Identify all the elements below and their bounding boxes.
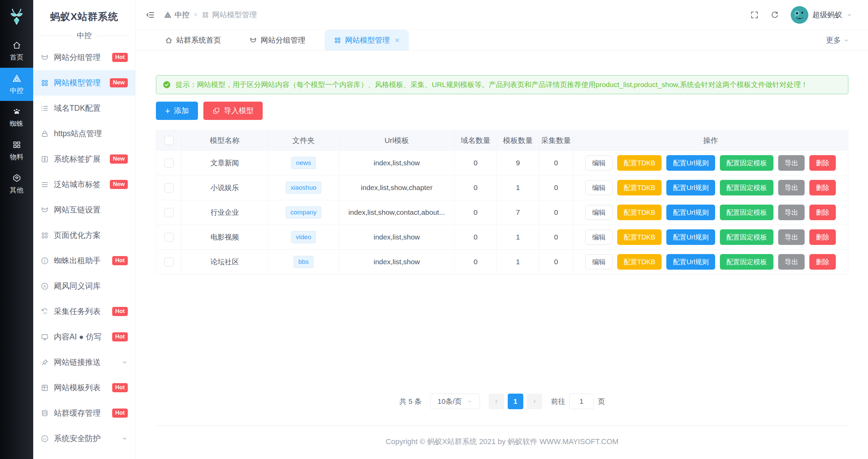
col-template-count: 模板数量 [497, 130, 539, 151]
sidebar-item-synonym[interactable]: A 飓风同义词库 [33, 273, 135, 299]
new-badge: New [110, 180, 128, 189]
row-checkbox[interactable] [164, 257, 174, 267]
sidebar-item-site-group[interactable]: 网站分组管理 Hot [33, 45, 135, 70]
import-model-button[interactable]: 导入模型 [203, 102, 263, 120]
edit-button[interactable]: 编辑 [585, 230, 612, 245]
more-tabs-dropdown[interactable]: 更多 [826, 30, 849, 50]
main-area: 中控 > 网站模型管理 [136, 0, 868, 459]
page-number-button[interactable]: 1 [508, 394, 523, 409]
config-tdkb-button[interactable]: 配置TDKB [617, 180, 662, 195]
next-page-button[interactable] [527, 394, 542, 409]
sidebar-item-page-optimize[interactable]: 页面优化方案 [33, 223, 135, 248]
select-all-checkbox[interactable] [164, 136, 174, 145]
row-checkbox[interactable] [164, 159, 174, 168]
sidebar-item-tag-extend[interactable]: 系统标签扩展 New [33, 146, 135, 172]
config-url-rule-button[interactable]: 配置Url规则 [666, 254, 715, 270]
folder-tag[interactable]: news [291, 157, 316, 169]
export-button[interactable]: 导出 [778, 254, 805, 270]
collapse-sidebar-icon[interactable] [146, 10, 155, 20]
pound-circle-icon: £ [41, 257, 49, 265]
tab-home[interactable]: 站群系统首页 [156, 30, 230, 50]
sidebar-item-label: 采集任务列表 [54, 306, 101, 317]
delete-button[interactable]: 删除 [809, 205, 836, 220]
chevron-down-icon [467, 399, 472, 404]
folder-tag[interactable]: video [291, 231, 316, 243]
tab-site-group[interactable]: 网站分组管理 [240, 30, 315, 50]
edit-button[interactable]: 编辑 [585, 205, 612, 220]
row-checkbox[interactable] [164, 208, 174, 217]
sidebar-item-https[interactable]: https站点管理 [33, 121, 135, 146]
top-bar-actions: 超级蚂蚁 [750, 6, 852, 24]
sidebar-item-domain-tdk[interactable]: 域名TDK配置 [33, 96, 135, 121]
delete-button[interactable]: 删除 [809, 155, 836, 171]
sidebar-item-template-list[interactable]: 网站模板列表 Hot [33, 375, 135, 400]
rail-item-console[interactable]: 中控 [0, 68, 33, 101]
delete-button[interactable]: 删除 [809, 180, 836, 195]
row-checkbox[interactable] [164, 183, 174, 192]
rail-item-material[interactable]: 物料 [0, 134, 33, 167]
add-button[interactable]: + 添加 [156, 102, 198, 120]
row-checkbox[interactable] [164, 233, 174, 242]
config-tdkb-button[interactable]: 配置TDKB [617, 155, 662, 171]
sidebar-item-spider-rent[interactable]: £ 蜘蛛出租助手 Hot [33, 248, 135, 273]
export-button[interactable]: 导出 [778, 205, 805, 220]
config-url-rule-button[interactable]: 配置Url规则 [666, 229, 715, 245]
delete-button[interactable]: 删除 [809, 229, 836, 245]
config-tdkb-button[interactable]: 配置TDKB [617, 229, 662, 245]
folder-tag[interactable]: bbs [294, 256, 314, 268]
cell-domain-count: 0 [455, 250, 497, 274]
config-url-rule-button[interactable]: 配置Url规则 [666, 180, 715, 195]
rail-item-home[interactable]: 首页 [0, 35, 33, 68]
config-fixed-template-button[interactable]: 配置固定模板 [720, 254, 773, 270]
edit-button[interactable]: 编辑 [585, 155, 612, 170]
tab-site-model[interactable]: 网站模型管理 × [325, 30, 409, 50]
user-menu[interactable]: 超级蚂蚁 [791, 6, 852, 24]
refresh-icon[interactable] [770, 11, 779, 19]
table-row: 论坛社区 bbs index,list,show 0 1 0 编辑 配置TDKB… [156, 250, 848, 274]
edit-button[interactable]: 编辑 [585, 180, 612, 195]
config-fixed-template-button[interactable]: 配置固定模板 [720, 205, 773, 220]
prev-page-button[interactable] [489, 394, 504, 409]
grid-circles-icon [41, 79, 49, 87]
page-size-select[interactable]: 10条/页 [430, 394, 480, 409]
sidebar-item-link-push[interactable]: 网站链接推送 [33, 350, 135, 375]
sidebar-item-collect-tasks[interactable]: 24 采集任务列表 Hot [33, 299, 135, 324]
sidebar-item-content-ai[interactable]: 内容AI ● 仿写 Hot [33, 324, 135, 350]
grid-circles-icon [202, 11, 209, 19]
edit-button[interactable]: 编辑 [585, 254, 612, 269]
breadcrumb-separator: > [194, 11, 198, 19]
page-size-value: 10条/页 [438, 397, 462, 406]
sidebar-item-label: 飓风同义词库 [54, 281, 101, 291]
config-fixed-template-button[interactable]: 配置固定模板 [720, 229, 773, 245]
app-logo[interactable] [0, 0, 33, 35]
cell-model-name: 行业企业 [182, 200, 268, 225]
config-fixed-template-button[interactable]: 配置固定模板 [720, 180, 773, 195]
sidebar-item-security[interactable]: cc 系统安全防护 [33, 426, 135, 451]
chevron-left-icon [493, 398, 500, 404]
delete-button[interactable]: 删除 [809, 254, 836, 270]
cell-url-template: index,list,show [339, 250, 455, 274]
sidebar-item-interlink[interactable]: 网站互链设置 [33, 197, 135, 223]
folder-tag[interactable]: company [286, 206, 321, 218]
breadcrumb-item-console[interactable]: 中控 [164, 10, 189, 20]
app-title: 蚂蚁X站群系统 [33, 10, 135, 24]
config-url-rule-button[interactable]: 配置Url规则 [666, 155, 715, 171]
sidebar-item-site-model[interactable]: 网站模型管理 New [33, 70, 135, 96]
export-button[interactable]: 导出 [778, 229, 805, 245]
breadcrumb-label: 网站模型管理 [212, 10, 257, 20]
goto-page-input[interactable] [569, 394, 594, 409]
export-button[interactable]: 导出 [778, 180, 805, 195]
rail-item-spider[interactable]: 蜘蛛 [0, 101, 33, 134]
sidebar-item-cache[interactable]: 站群缓存管理 Hot [33, 400, 135, 426]
sidebar-item-city-tag[interactable]: 泛站城市标签 New [33, 172, 135, 197]
tab-close-icon[interactable]: × [395, 36, 400, 44]
config-tdkb-button[interactable]: 配置TDKB [617, 205, 662, 220]
config-tdkb-button[interactable]: 配置TDKB [617, 254, 662, 270]
config-fixed-template-button[interactable]: 配置固定模板 [720, 155, 773, 171]
export-button[interactable]: 导出 [778, 155, 805, 171]
breadcrumb: 中控 > 网站模型管理 [164, 10, 257, 20]
fullscreen-icon[interactable] [750, 11, 759, 19]
config-url-rule-button[interactable]: 配置Url规则 [666, 205, 715, 220]
rail-item-other[interactable]: 其他 [0, 167, 33, 201]
folder-tag[interactable]: xiaoshuo [286, 182, 321, 194]
